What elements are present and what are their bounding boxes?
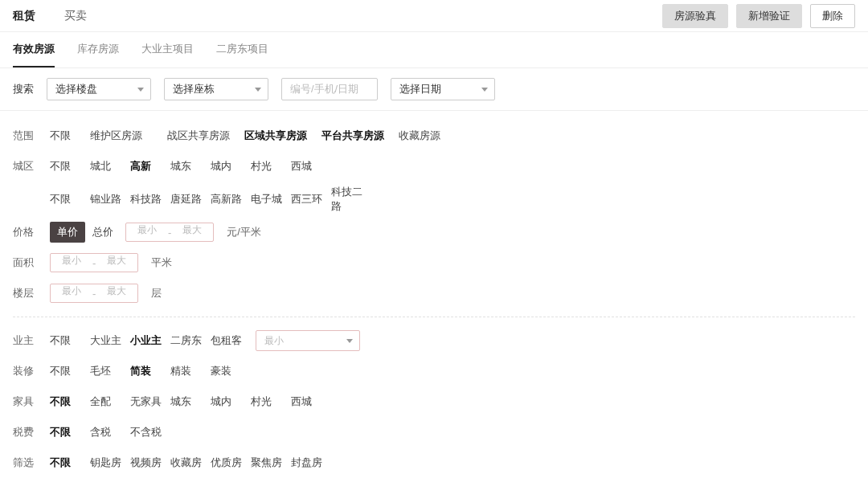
subtab-sublease[interactable]: 二房东项目 [216,42,268,67]
search-input[interactable]: 编号/手机/日期 [281,78,378,100]
opt-furn[interactable]: 西城 [291,391,331,412]
opt-road[interactable]: 锦业路 [90,189,130,210]
opt-screen[interactable]: 不限 [50,452,90,473]
top-buttons: 房源验真 新增验证 删除 [662,4,855,28]
chevron-down-icon [255,88,261,92]
row-owner: 业主 不限 大业主 小业主 二房东 包租客 最小 [13,325,855,356]
tab-rent[interactable]: 租赁 [13,9,35,23]
chevron-down-icon [481,88,488,92]
opt-area[interactable]: 城东 [170,156,211,177]
opt-area[interactable]: 西城 [291,156,331,177]
subtab-bigowner[interactable]: 大业主项目 [141,42,194,67]
opt-area[interactable]: 城北 [90,156,130,177]
row-decoration: 装修 不限 毛坯 简装 精装 豪装 [13,356,855,386]
search-label: 搜索 [13,82,34,96]
opt-screen[interactable]: 钥匙房 [90,452,130,473]
opt-road[interactable]: 科技二路 [331,182,371,217]
opt-road[interactable]: 不限 [50,189,90,210]
opt-furn[interactable]: 城东 [170,391,211,412]
row-size: 面积 最小-最大 平米 [13,247,855,278]
row-price: 价格 单价 总价 最小-最大 元/平米 [13,217,855,247]
select-building[interactable]: 选择楼盘 [47,78,151,100]
row-road: 不限 锦业路 科技路 唐延路 高新路 电子城 西三环 科技二路 [13,182,855,217]
opt-area[interactable]: 村光 [251,156,291,177]
tab-sale[interactable]: 买卖 [64,9,87,23]
opt-road[interactable]: 电子城 [251,189,291,210]
opt-scope[interactable]: 不限 [50,125,90,146]
row-screen: 筛选 不限 钥匙房 视频房 收藏房 优质房 聚焦房 封盘房 [13,447,855,478]
btn-add-verification[interactable]: 新增验证 [736,4,802,28]
row-tax: 税费 不限 含税 不含税 [13,417,855,447]
opt-owner[interactable]: 小业主 [130,330,170,351]
opt-owner[interactable]: 包租客 [211,330,251,351]
size-range[interactable]: 最小-最大 [50,253,138,272]
opt-screen[interactable]: 视频房 [130,452,170,473]
search-row: 搜索 选择楼盘 选择座栋 编号/手机/日期 选择日期 [0,68,868,111]
select-date[interactable]: 选择日期 [391,78,495,100]
opt-scope[interactable]: 收藏房源 [399,125,476,146]
opt-scope[interactable]: 区域共享房源 [244,125,321,146]
opt-road[interactable]: 唐延路 [170,189,211,210]
owner-select[interactable]: 最小 [256,330,360,351]
opt-deco[interactable]: 精装 [170,361,211,382]
opt-furn[interactable]: 不限 [50,391,90,412]
opt-scope[interactable]: 维护区房源 [90,125,167,146]
opt-furn[interactable]: 村光 [251,391,291,412]
opt-screen[interactable]: 聚焦房 [251,452,291,473]
subtab-stock[interactable]: 库存房源 [77,42,119,67]
opt-tax[interactable]: 含税 [90,422,130,443]
opt-road[interactable]: 科技路 [130,189,170,210]
opt-screen[interactable]: 收藏房 [170,452,211,473]
opt-tax[interactable]: 不限 [50,422,90,443]
opt-owner[interactable]: 不限 [50,330,90,351]
floor-range[interactable]: 最小-最大 [50,284,138,303]
opt-tax[interactable]: 不含税 [130,422,170,443]
subtab-valid[interactable]: 有效房源 [13,42,55,67]
row-scope: 范围 不限 维护区房源 战区共享房源 区域共享房源 平台共享房源 收藏房源 [13,121,855,151]
opt-scope[interactable]: 战区共享房源 [167,125,244,146]
opt-furn[interactable]: 无家具 [130,391,170,412]
chevron-down-icon [137,88,144,92]
opt-area[interactable]: 高新 [130,156,170,177]
opt-screen[interactable]: 优质房 [211,452,251,473]
row-floor: 楼层 最小-最大 层 [13,278,855,308]
btn-delete[interactable]: 删除 [810,4,855,28]
opt-furn[interactable]: 全配 [90,391,130,412]
top-tabs: 租赁 买卖 [13,9,87,23]
opt-scope[interactable]: 平台共享房源 [321,125,399,146]
opt-screen[interactable]: 封盘房 [291,452,331,473]
opt-road[interactable]: 西三环 [291,189,331,210]
select-block[interactable]: 选择座栋 [164,78,268,100]
opt-area[interactable]: 不限 [50,156,90,177]
opt-deco[interactable]: 不限 [50,361,90,382]
opt-furn[interactable]: 城内 [211,391,251,412]
opt-owner[interactable]: 二房东 [170,330,211,351]
opt-deco[interactable]: 毛坯 [90,361,130,382]
opt-deco[interactable]: 豪装 [211,361,251,382]
row-furniture: 家具 不限 全配 无家具 城东 城内 村光 西城 [13,386,855,417]
top-bar: 租赁 买卖 房源验真 新增验证 删除 [0,0,868,32]
opt-unitprice[interactable]: 单价 [50,222,85,243]
btn-verify-listing[interactable]: 房源验真 [662,4,728,28]
filter-panel: 范围 不限 维护区房源 战区共享房源 区域共享房源 平台共享房源 收藏房源 城区… [0,111,868,478]
opt-road[interactable]: 高新路 [211,189,251,210]
sub-tabs: 有效房源 库存房源 大业主项目 二房东项目 [0,32,868,68]
price-range[interactable]: 最小-最大 [125,223,214,242]
row-district: 城区 不限 城北 高新 城东 城内 村光 西城 [13,151,855,182]
chevron-down-icon [346,339,353,343]
opt-deco[interactable]: 简装 [130,361,170,382]
opt-area[interactable]: 城内 [211,156,251,177]
opt-owner[interactable]: 大业主 [90,330,130,351]
opt-totalprice[interactable]: 总价 [85,222,121,243]
